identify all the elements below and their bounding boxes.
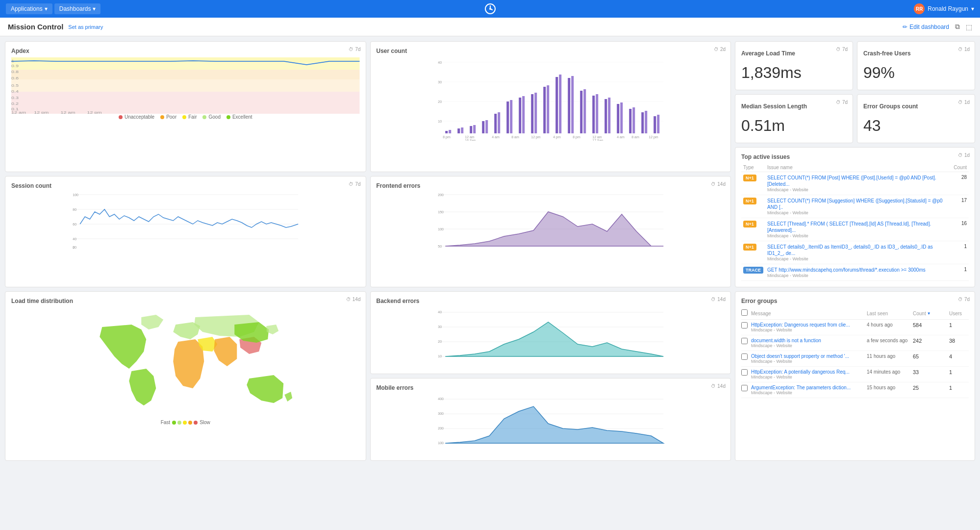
badge-cell: N+1	[741, 195, 765, 218]
error-sub: Mindscape - Website	[751, 375, 865, 379]
row-checkbox[interactable]	[741, 322, 748, 328]
row-checkbox[interactable]	[741, 385, 748, 391]
error-link[interactable]: HttpException: A potentially dangerous R…	[751, 369, 850, 375]
svg-text:0.4: 0.4	[11, 90, 19, 94]
row-checkbox[interactable]	[741, 369, 748, 376]
clock-icon: ⏱	[958, 47, 963, 52]
col-seen-header: Last seen	[867, 311, 911, 316]
user-dropdown-icon: ▾	[971, 5, 974, 12]
issue-badge: TRACE	[743, 267, 763, 274]
svg-text:12 am: 12 am	[11, 111, 26, 114]
dashboards-menu[interactable]: Dashboards ▾	[54, 3, 101, 14]
svg-text:12 am: 12 am	[465, 135, 475, 139]
avg-load-time-title: Average Load Time	[741, 50, 847, 57]
issue-name[interactable]: SELECT [Thread].* FROM ( SELECT [Thread]…	[767, 221, 947, 233]
svg-text:8 am: 8 am	[511, 135, 519, 139]
error-seen: 15 hours ago	[867, 385, 911, 390]
map-legend: Fast Slow	[11, 420, 360, 425]
svg-text:0.2: 0.2	[11, 102, 19, 106]
svg-text:200: 200	[438, 193, 444, 197]
svg-rect-50	[580, 91, 582, 133]
clock-icon: ⏱	[711, 181, 716, 187]
error-message: HttpException: Dangerous request from cl…	[751, 322, 865, 332]
median-session-value: 0.51m	[741, 117, 847, 135]
dot-1	[172, 421, 176, 425]
col-count-header-eg[interactable]: Count ▼	[913, 311, 947, 316]
svg-rect-55	[608, 98, 610, 133]
user-count-chart: 40 30 20 10	[377, 57, 725, 141]
svg-rect-41	[522, 96, 525, 133]
badge-cell: N+1	[741, 218, 765, 241]
select-all-checkbox[interactable]	[741, 309, 748, 316]
backend-errors-chart: 40 30 20 10	[377, 307, 725, 366]
issue-name[interactable]: SELECT details0_.ItemID as ItemID3_, det…	[767, 244, 947, 256]
applications-label: Applications	[11, 5, 43, 12]
svg-text:8 am: 8 am	[631, 135, 639, 139]
apdex-time: ⏱ 7d	[349, 47, 360, 52]
clock-icon: ⏱	[958, 152, 963, 158]
avatar: RR	[914, 3, 925, 14]
dot-3	[183, 421, 187, 425]
set-primary-link[interactable]: Set as primary	[68, 24, 103, 30]
issue-name[interactable]: GET http://www.mindscapehq.com/forums/th…	[767, 267, 947, 273]
user-menu[interactable]: RR Ronald Raygun ▾	[914, 3, 974, 14]
issue-name[interactable]: SELECT COUNT(*) FROM [Post] WHERE ([Post…	[767, 175, 947, 187]
error-count: 584	[913, 322, 947, 328]
clock-icon: ⏱	[714, 47, 719, 52]
top-issues-table: Type Issue name Count N+1 SELECT COUNT(*…	[741, 163, 969, 281]
issue-count: 17	[949, 195, 969, 218]
table-row: TRACE GET http://www.mindscapehq.com/for…	[741, 264, 969, 281]
map-legend-dots	[172, 421, 198, 425]
error-message: ArgumentException: The parameters dictio…	[751, 385, 865, 395]
legend-unacceptable: Unacceptable	[119, 114, 154, 120]
svg-marker-113	[445, 406, 663, 443]
error-users: 1	[949, 369, 969, 375]
svg-text:1: 1	[11, 59, 14, 63]
svg-rect-51	[583, 89, 586, 133]
error-groups-rows: HttpException: Dangerous request from cl…	[741, 320, 969, 398]
issue-badge: N+1	[743, 244, 756, 251]
table-row: N+1 SELECT details0_.ItemID as ItemID3_,…	[741, 241, 969, 264]
row-checkbox[interactable]	[741, 338, 748, 344]
frontend-errors-card: Frontend errors ⏱ 14d 200 150 100 50	[370, 176, 731, 287]
svg-rect-35	[485, 120, 488, 133]
error-link[interactable]: HttpException: Dangerous request from cl…	[751, 322, 850, 328]
svg-text:4 am: 4 am	[617, 135, 625, 139]
svg-rect-31	[461, 127, 463, 133]
session-count-chart: 100 80 60 40 20 0	[11, 192, 360, 251]
issue-name[interactable]: SELECT COUNT(*) FROM [Suggestion] WHERE …	[767, 198, 947, 210]
error-sub: Mindscape - Website	[751, 359, 865, 364]
table-row: N+1 SELECT COUNT(*) FROM [Suggestion] WH…	[741, 195, 969, 218]
nav-right: RR Ronald Raygun ▾	[914, 3, 974, 14]
col-message-header: Message	[751, 311, 865, 316]
row-checkbox[interactable]	[741, 353, 748, 360]
svg-text:30: 30	[438, 80, 442, 84]
settings-icon[interactable]: ⬚	[966, 23, 972, 31]
session-count-title: Session count	[11, 182, 360, 189]
error-groups-count-card: Error Groups count ⏱ 1d 43	[857, 94, 975, 143]
svg-rect-44	[543, 87, 546, 133]
error-users: 38	[949, 338, 969, 344]
median-session-card: Median Session Length ⏱ 7d 0.51m	[735, 94, 853, 143]
edit-dashboard-button[interactable]: ✏ Edit dashboard	[903, 24, 949, 30]
mobile-errors-card: Mobile errors ⏱ 14d 400 300 200 100	[370, 378, 731, 461]
frontend-errors-time: ⏱ 14d	[711, 181, 726, 187]
apdex-legend: Unacceptable Poor Fair Good Excellent	[11, 114, 360, 120]
svg-text:20: 20	[438, 340, 442, 343]
error-seen: 14 minutes ago	[867, 369, 911, 375]
applications-menu[interactable]: Applications ▾	[6, 3, 52, 14]
svg-rect-43	[534, 93, 537, 133]
clock-icon: ⏱	[346, 297, 351, 302]
error-link[interactable]: document.width is not a function	[751, 338, 821, 343]
copy-icon[interactable]: ⧉	[955, 23, 960, 31]
error-users: 1	[949, 385, 969, 391]
badge-cell: TRACE	[741, 264, 765, 281]
error-groups-card: Error groups ⏱ 7d Message Last seen Coun…	[735, 291, 975, 461]
avg-load-time-card: Average Load Time ⏱ 7d 1,839ms	[735, 41, 853, 90]
svg-text:200: 200	[438, 427, 444, 430]
error-link[interactable]: ArgumentException: The parameters dictio…	[751, 385, 851, 390]
sub-header: Mission Control Set as primary ✏ Edit da…	[0, 18, 980, 36]
svg-text:4 am: 4 am	[492, 135, 500, 139]
error-link[interactable]: Object doesn't support property or metho…	[751, 353, 849, 359]
dropdown-arrow-icon: ▾	[45, 5, 48, 12]
